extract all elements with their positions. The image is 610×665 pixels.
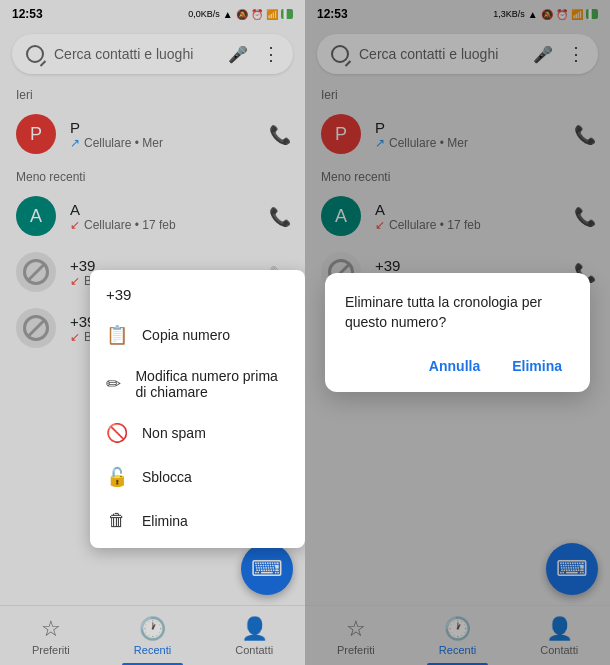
screen-left: 12:53 0,0KB/s ▲ 🔕 ⏰ 📶 ▌ Cerca contatti e… <box>0 0 305 665</box>
context-menu-title: +39 <box>90 276 305 313</box>
context-menu-copy[interactable]: 📋 Copia numero <box>90 313 305 357</box>
context-menu-edit[interactable]: ✏ Modifica numero prima di chiamare <box>90 357 305 411</box>
copy-label: Copia numero <box>142 327 230 343</box>
screen-right: 12:53 1,3KB/s ▲ 🔕 ⏰ 📶 ▌ Cerca contatti e… <box>305 0 610 665</box>
context-menu-unblock[interactable]: 🔓 Sblocca <box>90 455 305 499</box>
cancel-button[interactable]: Annulla <box>421 352 488 380</box>
unblock-icon: 🔓 <box>106 466 128 488</box>
context-menu-overlay[interactable]: +39 📋 Copia numero ✏ Modifica numero pri… <box>0 0 305 665</box>
edit-icon: ✏ <box>106 373 121 395</box>
context-menu-notspam[interactable]: 🚫 Non spam <box>90 411 305 455</box>
delete-label: Elimina <box>142 513 188 529</box>
context-menu-delete[interactable]: 🗑 Elimina <box>90 499 305 542</box>
dialog-buttons: Annulla Elimina <box>345 352 570 380</box>
dialog-text: Eliminare tutta la cronologia per questo… <box>345 293 570 332</box>
copy-icon: 📋 <box>106 324 128 346</box>
delete-icon: 🗑 <box>106 510 128 531</box>
confirm-dialog: Eliminare tutta la cronologia per questo… <box>325 273 590 392</box>
dialog-overlay[interactable]: Eliminare tutta la cronologia per questo… <box>305 0 610 665</box>
context-menu: +39 📋 Copia numero ✏ Modifica numero pri… <box>90 270 305 548</box>
unblock-label: Sblocca <box>142 469 192 485</box>
edit-label: Modifica numero prima di chiamare <box>135 368 289 400</box>
notspam-label: Non spam <box>142 425 206 441</box>
confirm-button[interactable]: Elimina <box>504 352 570 380</box>
notspam-icon: 🚫 <box>106 422 128 444</box>
